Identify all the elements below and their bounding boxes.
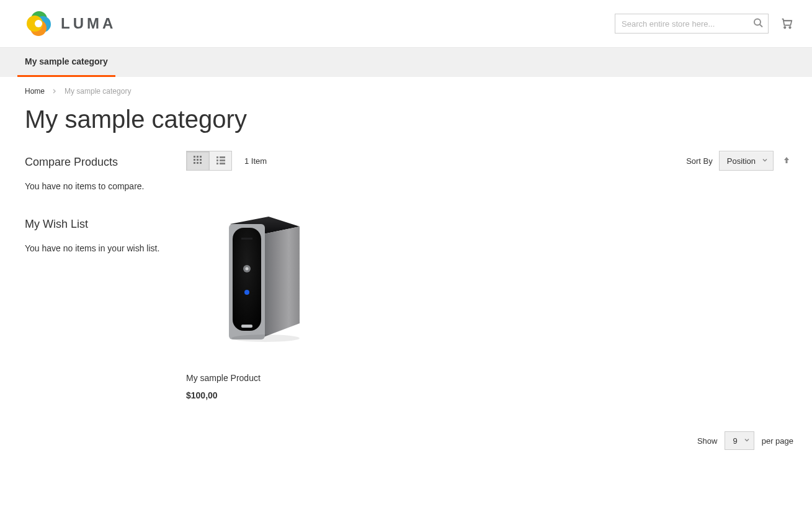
product-name: My sample Product [186,373,319,383]
search-button[interactable] [752,17,764,31]
wishlist-title: My Wish List [25,218,167,231]
toolbar-top: 1 Item Sort By Position [186,148,793,182]
page-header: LUMA [0,0,812,47]
sidebar: Compare Products You have no items to co… [25,148,167,456]
compare-products-title: Compare Products [25,156,167,169]
svg-rect-27 [233,228,261,331]
svg-rect-15 [194,162,195,164]
svg-rect-14 [200,159,202,161]
sort-direction-button[interactable] [780,153,793,169]
breadcrumb-home[interactable]: Home [25,87,45,96]
svg-point-7 [784,27,786,29]
logo-text: LUMA [61,15,116,32]
sort-by-label: Sort By [686,156,713,166]
search-input[interactable] [615,14,768,33]
svg-rect-20 [216,159,218,161]
svg-point-30 [244,290,249,295]
logo-icon [25,10,52,37]
search-box [615,14,769,34]
sort-by-value: Position [727,156,756,166]
chevron-right-icon [52,87,57,96]
per-page-label: per page [762,436,793,446]
svg-rect-18 [216,156,218,158]
breadcrumb: Home My sample category [0,77,812,102]
svg-rect-16 [197,162,199,164]
nav-item-label: My sample category [25,56,108,66]
page-title: My sample category [0,102,812,148]
svg-rect-11 [200,156,202,158]
grid-view-button[interactable] [187,151,209,170]
svg-rect-10 [197,156,199,158]
page-size-value: 9 [733,436,737,446]
logo[interactable]: LUMA [25,10,116,37]
breadcrumb-current: My sample category [65,87,131,96]
svg-point-33 [231,335,300,342]
svg-rect-12 [194,159,195,161]
cart-icon[interactable] [780,16,793,32]
svg-rect-32 [241,325,252,328]
svg-point-5 [754,19,761,25]
list-view-button[interactable] [209,151,231,170]
product-price: $100,00 [186,390,319,400]
svg-rect-19 [220,156,225,158]
svg-rect-31 [241,238,252,240]
svg-rect-22 [216,163,218,164]
svg-rect-23 [220,163,225,164]
search-icon [753,20,763,30]
svg-rect-9 [194,156,195,158]
chevron-down-icon [744,436,750,446]
list-icon [216,156,225,166]
view-mode-switcher [186,151,232,171]
product-card[interactable]: My sample Product $100,00 [186,194,319,400]
product-image [186,194,319,362]
svg-rect-13 [197,159,199,161]
product-grid: My sample Product $100,00 [186,182,793,400]
grid-icon [194,156,202,166]
main-content: 1 Item Sort By Position [186,148,793,456]
sort-by-select[interactable]: Position [719,151,774,171]
svg-rect-21 [220,159,225,161]
chevron-down-icon [762,156,768,166]
wishlist-empty-text: You have no items in your wish list. [25,242,167,255]
toolbar-bottom: Show 9 per page [186,400,793,456]
item-count: 1 Item [244,156,267,166]
show-label: Show [697,436,718,446]
svg-point-8 [789,27,791,29]
svg-marker-25 [264,227,300,337]
svg-point-4 [35,20,42,27]
main-nav: My sample category [0,47,812,77]
arrow-up-icon [782,157,791,166]
page-size-select[interactable]: 9 [725,431,754,450]
header-actions [615,14,793,34]
compare-empty-text: You have no items to compare. [25,180,167,193]
svg-point-29 [245,267,248,271]
svg-rect-17 [200,162,202,164]
nav-item-category[interactable]: My sample category [17,48,115,77]
svg-line-6 [760,25,762,27]
sorter: Sort By Position [686,151,793,171]
